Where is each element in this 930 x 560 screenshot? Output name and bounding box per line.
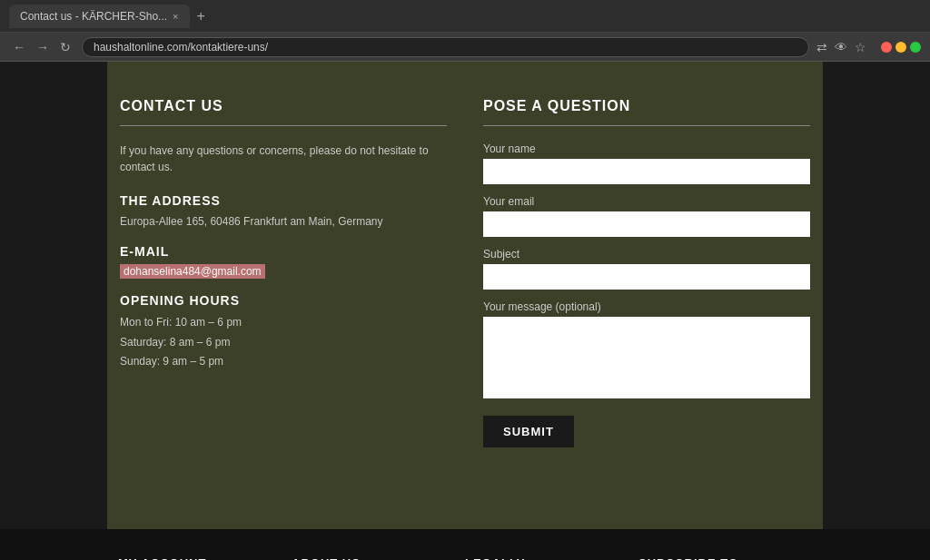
footer-about-us: ABOUT US About Us Return & Exchange — [292, 556, 465, 560]
name-label: Your name — [483, 142, 810, 155]
footer: MY ACCOUNT My Account wish list ABOUT US… — [0, 529, 930, 560]
forward-btn[interactable]: → — [33, 38, 53, 56]
address-heading: THE ADDRESS — [120, 193, 447, 208]
subject-label: Subject — [483, 248, 810, 260]
form-divider — [483, 125, 810, 126]
message-label: Your message (optional) — [483, 300, 810, 313]
window-max-btn[interactable] — [910, 42, 921, 53]
newsletter-heading: SUBSCRIBE TO NEWSLETTER — [638, 556, 794, 560]
footer-my-account: MY ACCOUNT My Account wish list — [118, 556, 292, 560]
email-link[interactable]: dohanselina484@gmail.com — [120, 264, 265, 279]
name-input[interactable] — [483, 159, 810, 184]
email-heading: E-MAIL — [120, 244, 447, 259]
hours-line3: Sunday: 9 am – 5 pm — [120, 352, 447, 372]
window-close-btn[interactable] — [881, 42, 892, 53]
legally-heading: LEGALLY — [465, 556, 620, 560]
browser-tab-bar: Contact us - KÄRCHER-Sho... × + — [0, 0, 930, 33]
contact-intro: If you have any questions or concerns, p… — [120, 142, 447, 175]
contact-bottom-space — [107, 484, 823, 529]
contact-inner: CONTACT US If you have any questions or … — [111, 98, 819, 447]
back-btn[interactable]: ← — [9, 38, 29, 56]
contact-left: CONTACT US If you have any questions or … — [120, 98, 447, 447]
footer-newsletter: SUBSCRIBE TO NEWSLETTER Stay up to date … — [638, 556, 812, 560]
tab-title: Contact us - KÄRCHER-Sho... — [20, 10, 167, 23]
hours-line2: Saturday: 8 am – 6 pm — [120, 333, 447, 353]
eye-icon[interactable]: 👁 — [835, 40, 847, 54]
address-text: Europa-Allee 165, 60486 Frankfurt am Mai… — [120, 213, 447, 230]
email-input[interactable] — [483, 211, 810, 237]
window-min-btn[interactable] — [895, 42, 906, 53]
subject-input[interactable] — [483, 264, 810, 290]
contact-divider — [120, 125, 447, 126]
hours-heading: OPENING HOURS — [120, 293, 447, 308]
tab-close-btn[interactable]: × — [173, 11, 178, 22]
page-content: CONTACT US If you have any questions or … — [0, 62, 930, 560]
refresh-btn[interactable]: ↻ — [56, 38, 74, 56]
about-us-heading: ABOUT US — [292, 556, 447, 560]
star-icon[interactable]: ☆ — [855, 40, 866, 54]
contact-title: CONTACT US — [120, 98, 447, 114]
hours-line1: Mon to Fri: 10 am – 6 pm — [120, 313, 447, 333]
browser-tab[interactable]: Contact us - KÄRCHER-Sho... × — [9, 5, 190, 28]
contact-section: CONTACT US If you have any questions or … — [107, 62, 823, 484]
new-tab-btn[interactable]: + — [197, 8, 205, 25]
footer-legally: LEGALLY privacy policy Shipping & Return… — [465, 556, 638, 560]
contact-right: POSE A QUESTION Your name Your email Sub… — [483, 98, 810, 447]
email-label: Your email — [483, 195, 810, 208]
message-textarea[interactable] — [483, 317, 810, 398]
url-input[interactable] — [82, 37, 809, 57]
hours-text: Mon to Fri: 10 am – 6 pm Saturday: 8 am … — [120, 313, 447, 372]
translate-icon[interactable]: ⇄ — [816, 40, 827, 54]
browser-actions: ⇄ 👁 ☆ — [816, 40, 921, 54]
submit-button[interactable]: SUBMIT — [483, 416, 574, 447]
url-bar-row: ← → ↻ ⇄ 👁 ☆ — [0, 33, 930, 62]
my-account-heading: MY ACCOUNT — [118, 556, 273, 560]
window-controls — [881, 42, 921, 53]
form-title: POSE A QUESTION — [483, 98, 810, 114]
